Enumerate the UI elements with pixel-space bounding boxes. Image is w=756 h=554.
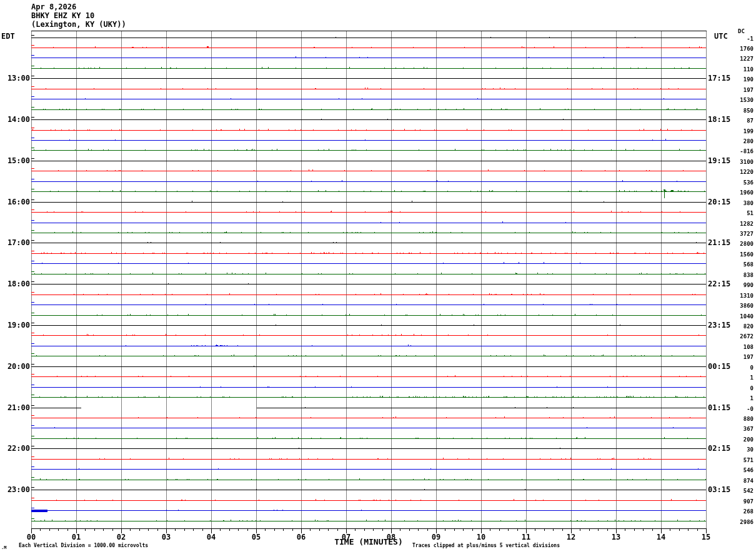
utc-hour-label: 21:15	[708, 238, 730, 247]
edt-hour-label: 16:00	[1, 198, 30, 206]
dc-value: 2672	[732, 334, 754, 340]
dc-value: 1	[732, 396, 754, 401]
title-station: BHKY EHZ KY 10	[31, 11, 94, 20]
dc-value: 1530	[732, 98, 754, 103]
dc-value: 0	[732, 386, 754, 391]
edt-hour-label: 17:00	[1, 238, 30, 247]
dc-value: -0	[732, 406, 754, 412]
utc-hour-label: 03:15	[708, 485, 730, 494]
dc-value: 1760	[732, 46, 754, 52]
dc-column-header: DC	[738, 28, 745, 34]
edt-hour-label: 14:00	[1, 115, 30, 124]
edt-hour-label: 20:00	[1, 362, 30, 371]
dc-value: 838	[732, 273, 754, 278]
edt-hour-label: 13:00	[1, 74, 30, 83]
dc-value: 197	[732, 88, 754, 93]
dc-value: 1310	[732, 293, 754, 299]
dc-value: 108	[732, 345, 754, 350]
edt-hour-label: 21:00	[1, 403, 30, 412]
dc-value: 51	[732, 211, 754, 216]
dc-value: 2986	[732, 520, 754, 525]
dc-value: 280	[732, 139, 754, 144]
dc-value: 380	[732, 201, 754, 206]
dc-value: 1560	[732, 252, 754, 258]
dc-value: -1	[732, 36, 754, 42]
dc-value: 3860	[732, 303, 754, 309]
dc-value: 536	[732, 180, 754, 186]
utc-hour-label: 19:15	[708, 156, 730, 165]
dc-value: 1282	[732, 221, 754, 227]
dc-value: 820	[732, 324, 754, 330]
utc-hour-label: 23:15	[708, 321, 730, 330]
dc-value: 542	[732, 488, 754, 494]
dc-value: 367	[732, 426, 754, 432]
dc-value: 268	[732, 509, 754, 515]
dc-value: 568	[732, 262, 754, 268]
dc-value: 30	[732, 447, 754, 453]
dc-value: 850	[732, 108, 754, 114]
dc-value: 546	[732, 468, 754, 473]
dc-value: 190	[732, 77, 754, 83]
right-timezone-label: UTC	[714, 32, 728, 41]
dc-value: 1227	[732, 56, 754, 62]
dc-value: 907	[732, 499, 754, 505]
title-date: Apr 8,2026	[31, 3, 76, 11]
dc-value: -816	[732, 149, 754, 154]
utc-hour-label: 20:15	[708, 198, 730, 206]
dc-value: 3100	[732, 159, 754, 165]
utc-hour-label: 00:15	[708, 362, 730, 371]
dc-value: 990	[732, 283, 754, 288]
dc-value: 197	[732, 355, 754, 360]
helicorder-plot-canvas	[0, 0, 756, 554]
utc-hour-label: 18:15	[708, 115, 730, 124]
dc-value: 880	[732, 416, 754, 422]
title-location: (Lexington, KY (UKY))	[31, 20, 126, 29]
dc-value: 200	[732, 437, 754, 443]
edt-hour-label: 18:00	[1, 280, 30, 288]
footnote-vertical-division: Each Vertical Division = 1000.00 microvo…	[19, 543, 148, 548]
utc-hour-label: 17:15	[708, 74, 730, 83]
dc-value: 199	[732, 129, 754, 134]
dc-value: 0	[732, 365, 754, 371]
utc-hour-label: 02:15	[708, 444, 730, 453]
dc-value: 3727	[732, 231, 754, 237]
dc-value: 110	[732, 67, 754, 73]
edt-hour-label: 23:00	[1, 485, 30, 494]
dc-value: 1960	[732, 190, 754, 196]
dc-value: 1	[732, 375, 754, 381]
edt-hour-label: 15:00	[1, 156, 30, 165]
webicorder-screen: Apr 8,2026 BHKY EHZ KY 10 (Lexington, KY…	[0, 0, 756, 554]
footnote-clipping: Traces clipped at plus/minus 5 vertical …	[412, 543, 560, 548]
dc-value: 1220	[732, 169, 754, 175]
left-timezone-label: EDT	[1, 32, 15, 41]
edt-hour-label: 22:00	[1, 444, 30, 453]
dc-value: 2800	[732, 241, 754, 247]
dc-value: 87	[732, 118, 754, 124]
edt-hour-label: 19:00	[1, 321, 30, 330]
dc-value: 874	[732, 478, 754, 484]
corner-mark: .M	[1, 545, 6, 550]
dc-value: 1040	[732, 314, 754, 320]
utc-hour-label: 22:15	[708, 280, 730, 288]
utc-hour-label: 01:15	[708, 403, 730, 412]
dc-value: 571	[732, 458, 754, 463]
